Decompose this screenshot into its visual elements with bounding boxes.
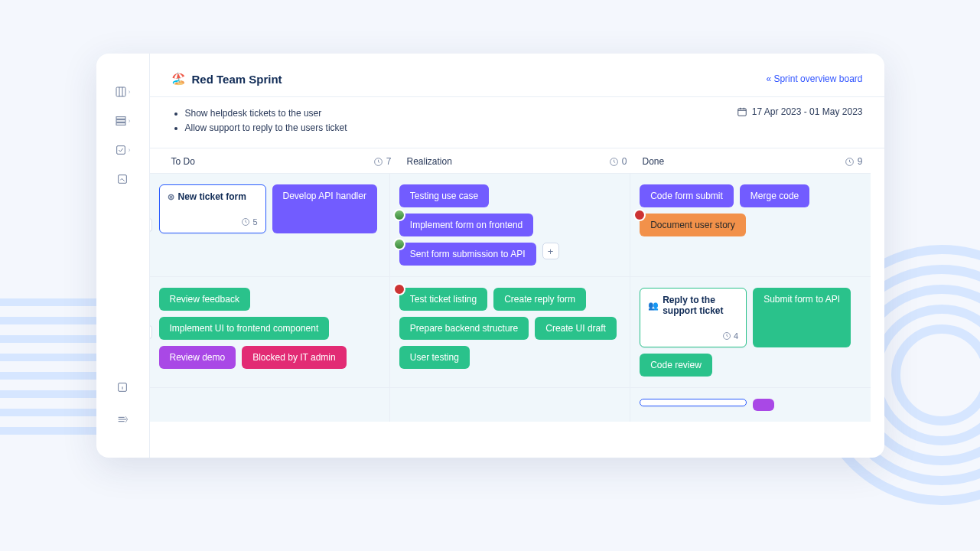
svg-rect-7 — [737, 109, 746, 116]
nav-list-icon[interactable]: › — [110, 112, 135, 130]
svg-rect-3 — [116, 123, 125, 126]
card-title: New ticket form — [178, 191, 246, 202]
board-cell[interactable]: Review feedbackImplement UI to frontend … — [150, 277, 390, 387]
task-chip[interactable]: Develop API handler — [272, 184, 377, 233]
app-window: › › › 🏖️ Red Team Sprint — [96, 54, 884, 458]
column-header: Realization0 — [399, 156, 635, 167]
task-chip[interactable]: Merge code — [740, 184, 809, 207]
task-chip[interactable]: Submit form to API — [753, 288, 851, 347]
board-cell[interactable]: ⊚New ticket form5Develop API handler — [150, 174, 390, 276]
assignee-avatar — [393, 283, 405, 295]
sprint-overview-link[interactable]: « Sprint overview board — [766, 73, 862, 84]
task-chip[interactable]: Document user story — [640, 214, 746, 236]
sprint-goal-item: Allow support to reply to the users tick… — [185, 121, 347, 135]
add-task-button[interactable]: + — [542, 243, 559, 259]
nav-tasks-icon[interactable]: › — [110, 141, 135, 159]
assignee-avatar — [633, 209, 646, 221]
column-header: Done9 — [635, 156, 871, 167]
column-name: To Do — [171, 156, 195, 167]
svg-rect-0 — [116, 87, 125, 96]
sprint-goals: Show helpdesk tickets to the userAllow s… — [171, 106, 347, 135]
nav-info-icon[interactable] — [110, 378, 135, 396]
swimlane — [150, 387, 871, 422]
nav-board-icon[interactable]: › — [110, 83, 135, 101]
column-count: 7 — [373, 156, 392, 167]
column-name: Done — [643, 156, 665, 167]
task-chip[interactable]: Code form submit — [640, 184, 734, 207]
board-cell[interactable]: Code form submitMerge codeDocument user … — [630, 174, 870, 276]
card-title: Reply to the support ticket — [663, 295, 738, 316]
task-chip[interactable] — [753, 399, 774, 411]
lane-collapse-handle[interactable]: ⇕ — [150, 218, 152, 232]
date-range: 17 Apr 2023 - 01 May 2023 — [737, 106, 863, 117]
task-chip[interactable]: Implement UI to frontend component — [159, 317, 330, 340]
assignee-avatar — [393, 209, 405, 221]
column-header: To Do7 — [164, 156, 399, 167]
svg-rect-1 — [116, 117, 125, 119]
swimlane: ⇕Review feedbackImplement UI to frontend… — [150, 276, 871, 387]
story-card[interactable] — [640, 399, 747, 406]
svg-rect-2 — [116, 120, 125, 122]
task-chip[interactable]: User testing — [399, 346, 470, 369]
title-text: Red Team Sprint — [192, 73, 282, 86]
board-cell[interactable]: 👥Reply to the support ticket4Submit form… — [630, 277, 870, 387]
column-count: 0 — [609, 156, 627, 167]
title-emoji: 🏖️ — [171, 72, 186, 86]
task-chip[interactable]: Testing use case — [399, 184, 489, 207]
story-card[interactable]: ⊚New ticket form5 — [159, 184, 266, 233]
board-cell[interactable] — [630, 388, 870, 422]
task-chip[interactable]: Implement form on frontend — [399, 214, 533, 236]
task-chip[interactable]: Sent form submission to API — [399, 243, 536, 266]
swimlane: ⇕⊚New ticket form5Develop API handlerTes… — [150, 173, 871, 276]
task-chip[interactable]: Create UI draft — [535, 317, 617, 340]
page-title: 🏖️ Red Team Sprint — [171, 72, 282, 86]
board-cell[interactable] — [150, 388, 390, 422]
board-cell[interactable]: Test ticket listingCreate reply formPrep… — [390, 277, 630, 387]
column-name: Realization — [407, 156, 452, 167]
sprint-goal-item: Show helpdesk tickets to the user — [185, 106, 347, 121]
svg-rect-4 — [116, 146, 125, 155]
column-headers: To Do7Realization0Done9 — [150, 148, 884, 173]
task-chip[interactable]: Test ticket listing — [399, 288, 487, 311]
board-cell[interactable] — [390, 388, 630, 422]
card-meta: 4 — [648, 331, 738, 341]
task-chip[interactable]: Code review — [640, 354, 712, 377]
sub-header: Show helpdesk tickets to the userAllow s… — [150, 97, 884, 148]
main: 🏖️ Red Team Sprint « Sprint overview boa… — [150, 54, 884, 458]
nav-image-icon[interactable] — [110, 170, 135, 188]
assignee-avatar — [393, 238, 405, 250]
header: 🏖️ Red Team Sprint « Sprint overview boa… — [150, 54, 884, 97]
board: ⇕⊚New ticket form5Develop API handlerTes… — [150, 173, 884, 458]
card-meta: 5 — [168, 217, 258, 227]
task-chip[interactable]: Prepare backend structure — [399, 317, 529, 340]
card-icon: 👥 — [648, 301, 659, 311]
story-card[interactable]: 👥Reply to the support ticket4 — [640, 288, 747, 347]
board-cell[interactable]: Testing use caseImplement form on fronte… — [390, 174, 630, 276]
nav-collapse-icon[interactable] — [110, 410, 135, 429]
task-chip[interactable]: Review demo — [159, 346, 236, 369]
task-chip[interactable]: Blocked by IT admin — [242, 346, 347, 369]
side-rail: › › › — [96, 54, 150, 458]
column-count: 9 — [845, 156, 863, 167]
calendar-icon — [737, 106, 747, 117]
card-icon: ⊚ — [168, 192, 174, 202]
task-chip[interactable]: Create reply form — [493, 288, 586, 311]
task-chip[interactable]: Review feedback — [159, 288, 250, 311]
lane-collapse-handle[interactable]: ⇕ — [150, 325, 152, 339]
